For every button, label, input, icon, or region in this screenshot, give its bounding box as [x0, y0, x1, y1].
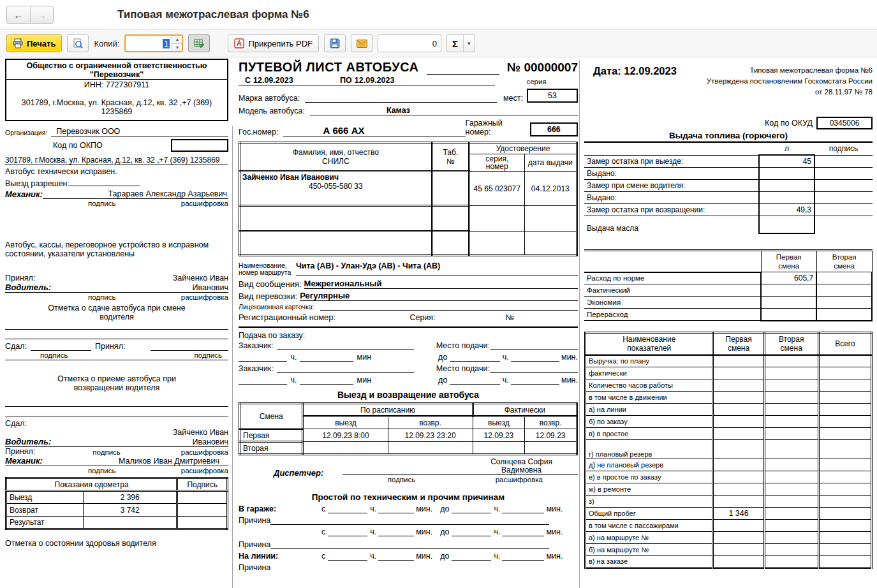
table-row: в том числе в движении: [586, 391, 872, 403]
date-to: 12.09.2023: [355, 76, 395, 85]
min-label: мин: [357, 353, 371, 362]
min-dot-label: мин.: [416, 527, 432, 536]
blank-line: [328, 505, 367, 513]
table-row: Перерасход: [584, 309, 872, 321]
h-label: ч.: [370, 504, 376, 513]
date-from-label: С: [245, 76, 251, 85]
back-button[interactable]: ←: [7, 6, 30, 23]
print-preview-button[interactable]: [67, 34, 89, 52]
okud-value: 0345006: [830, 119, 860, 128]
odometer-row-label: Выезд: [6, 491, 84, 504]
driver-row-snils: 450-055-580 33: [242, 182, 429, 191]
ind-row-label: а) на маршруте №: [586, 531, 713, 543]
blank-line: [490, 365, 578, 373]
accepted-label: Принял:: [5, 447, 35, 456]
table-row: Расход по норме 605,7: [584, 272, 872, 284]
cons-row-label: Перерасход: [584, 309, 761, 321]
ind-row-vt: [818, 531, 871, 543]
table-row: в) на заказе: [586, 555, 872, 568]
blank-line: [277, 365, 414, 373]
driver-row-series: [469, 206, 524, 232]
ind-row-label: фактически: [586, 367, 713, 379]
spin-up-button[interactable]: ▲: [172, 36, 182, 43]
attach-pdf-button[interactable]: Прикрепить PDF: [228, 34, 319, 52]
drivers-h-name: Фамилия, имя, отчество: [242, 148, 429, 157]
cons-row-v2: [816, 284, 872, 297]
copies-value: 1: [163, 39, 170, 48]
h-label: ч.: [370, 552, 376, 561]
copies-spinner[interactable]: 1 ▲ ▼: [124, 34, 183, 52]
handover-note-2: водителя: [5, 312, 228, 321]
table-row: Выдача масла: [584, 216, 873, 233]
sum-button[interactable]: Σ ▾: [446, 34, 475, 52]
blank-line: [239, 353, 287, 362]
forward-button[interactable]: →: [30, 6, 53, 23]
schedule-h-ret: возвр.: [525, 416, 577, 429]
fuel-row-sign: [814, 191, 873, 203]
h-label: ч.: [503, 353, 509, 362]
decode-label: расшифровка: [181, 293, 228, 301]
h-label: ч.: [290, 376, 297, 385]
h-label: ч.: [503, 376, 509, 385]
blank-line: [378, 505, 414, 513]
reason-label: Причина: [239, 516, 270, 525]
okpo-box: [171, 139, 228, 152]
titlebar: ← → Типовая межотраслевая форма №6: [0, 0, 877, 29]
blank-line: [452, 528, 491, 536]
ind-row-v1: [713, 391, 764, 403]
drivers-h-cert: Удостоверение: [469, 143, 577, 154]
brand-value: [305, 102, 497, 103]
copies-input[interactable]: 1: [126, 36, 172, 51]
in-garage-label: В гараже:: [239, 504, 299, 513]
health-note: Отметка о состоянии здоровья водителя: [5, 539, 228, 548]
save-button[interactable]: [324, 34, 346, 52]
column-divider: [579, 60, 580, 588]
ind-row-v1: [713, 415, 764, 427]
odometer-row-label: Результат: [6, 517, 84, 529]
table-settings-button[interactable]: [188, 34, 210, 52]
h-label: ч.: [370, 527, 376, 536]
gov-value: А 666 АХ: [283, 125, 465, 136]
garage-box: 666: [530, 122, 578, 136]
schedule-fact-ret: 12.09.23: [525, 429, 577, 442]
to-label: до: [438, 353, 447, 362]
ind-row-vt: [818, 379, 871, 391]
ind-row-vt: [818, 427, 871, 439]
odometer-row-sign: [177, 491, 228, 504]
table-row: Фактический: [584, 284, 872, 297]
driver-name-1: Зайченко Иван: [35, 274, 228, 283]
count-field[interactable]: 0: [378, 34, 441, 52]
date-from: 12.09.2023: [253, 76, 293, 85]
min-dot-label: мин.: [561, 353, 578, 362]
print-button[interactable]: Печать: [6, 34, 62, 52]
spin-down-button[interactable]: ▼: [172, 43, 182, 52]
seats-label: мест:: [503, 94, 523, 103]
okud-label: Код по ОКУД: [765, 119, 813, 128]
gov-label: Гос.номер:: [239, 128, 278, 136]
num-label: №: [506, 313, 514, 322]
ind-row-v1: 1 346: [713, 507, 764, 519]
ind-row-v1: [713, 483, 764, 495]
table-row: Возврат 3 742: [6, 504, 228, 517]
departure-allowed-label: Выезд разрешен:: [5, 179, 70, 188]
ind-row-vt: [818, 543, 871, 555]
blank-line: [277, 342, 414, 350]
table-row: Выручка: по плану: [586, 355, 872, 367]
odometer-row-sign: [177, 504, 228, 517]
driver-name-2: Иванович: [51, 283, 228, 292]
blank-line: [378, 552, 414, 561]
ind-row-v1: [713, 459, 764, 471]
ind-h-total: Всего: [818, 332, 871, 355]
fuel-row-sign: [814, 179, 873, 191]
tech-ok-note: Автобус технически исправен.: [5, 167, 228, 176]
reason-label: Причина: [239, 563, 578, 572]
table-row: Первая 12.09.23 8:00 12.09.23 23:20 12.0…: [240, 429, 577, 442]
cons-row-v1: [761, 297, 816, 309]
odometer-title: Показания одометра: [6, 478, 177, 491]
sign-label: подпись: [195, 351, 222, 359]
fuel-h-empty: [584, 143, 759, 155]
ind-h-shift1: Перваясмена: [713, 332, 764, 355]
mail-button[interactable]: [351, 34, 372, 52]
ind-row-vt: [818, 403, 871, 415]
model-value: Камаз: [310, 106, 578, 115]
